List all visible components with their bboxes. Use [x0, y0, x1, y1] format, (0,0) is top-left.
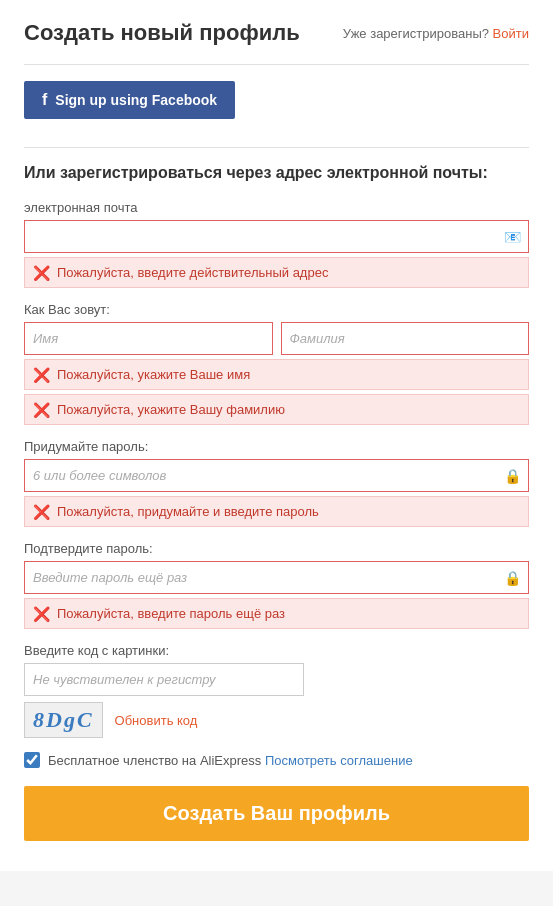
password-error-box: ❌ Пожалуйста, придумайте и введите парол… [24, 496, 529, 527]
first-name-error-text: Пожалуйста, укажите Ваше имя [57, 367, 250, 382]
captcha-row: 8DgC Обновить код [24, 702, 529, 738]
refresh-captcha-link[interactable]: Обновить код [115, 713, 198, 728]
email-input[interactable] [24, 220, 529, 253]
confirm-password-group: Подтвердите пароль: 🔒 ❌ Пожалуйста, введ… [24, 541, 529, 629]
last-name-error-box: ❌ Пожалуйста, укажите Вашу фамилию [24, 394, 529, 425]
name-row [24, 322, 529, 355]
email-error-text: Пожалуйста, введите действительный адрес [57, 265, 328, 280]
confirm-password-label: Подтвердите пароль: [24, 541, 529, 556]
membership-text: Бесплатное членство на AliExpress [48, 753, 261, 768]
last-name-error-text: Пожалуйста, укажите Вашу фамилию [57, 402, 285, 417]
confirm-password-input-wrapper: 🔒 [24, 561, 529, 594]
middle-divider [24, 147, 529, 148]
confirm-password-error-text: Пожалуйста, введите пароль ещё раз [57, 606, 285, 621]
already-registered: Уже зарегистрированы? Войти [343, 26, 529, 41]
page-title: Создать новый профиль [24, 20, 300, 46]
password-label: Придумайте пароль: [24, 439, 529, 454]
password-error-text: Пожалуйста, придумайте и введите пароль [57, 504, 319, 519]
membership-checkbox[interactable] [24, 752, 40, 768]
password-group: Придумайте пароль: 🔒 ❌ Пожалуйста, приду… [24, 439, 529, 527]
first-name-error-icon: ❌ [33, 367, 50, 383]
email-icon: 📧 [504, 229, 521, 245]
email-input-wrapper: 📧 [24, 220, 529, 253]
submit-button[interactable]: Создать Ваш профиль [24, 786, 529, 841]
confirm-password-input[interactable] [24, 561, 529, 594]
confirm-password-error-icon: ❌ [33, 606, 50, 622]
email-label: электронная почта [24, 200, 529, 215]
password-input[interactable] [24, 459, 529, 492]
or-text: Или зарегистрироваться через адрес элект… [24, 164, 529, 182]
last-name-input[interactable] [281, 322, 530, 355]
password-icon: 🔒 [504, 468, 521, 484]
captcha-input[interactable] [24, 663, 304, 696]
email-error-box: ❌ Пожалуйста, введите действительный адр… [24, 257, 529, 288]
captcha-group: Введите код с картинки: 8DgC Обновить ко… [24, 643, 529, 738]
facebook-signup-button[interactable]: f Sign up using Facebook [24, 81, 235, 119]
password-error-icon: ❌ [33, 504, 50, 520]
membership-label: Бесплатное членство на AliExpress Посмот… [48, 753, 413, 768]
email-error-icon: ❌ [33, 265, 50, 281]
page-header: Создать новый профиль Уже зарегистрирова… [24, 20, 529, 46]
password-input-wrapper: 🔒 [24, 459, 529, 492]
confirm-password-icon: 🔒 [504, 570, 521, 586]
captcha-label: Введите код с картинки: [24, 643, 529, 658]
name-label: Как Вас зовут: [24, 302, 529, 317]
captcha-image: 8DgC [24, 702, 103, 738]
facebook-button-label: Sign up using Facebook [55, 92, 217, 108]
already-registered-text: Уже зарегистрированы? [343, 26, 489, 41]
page-container: Создать новый профиль Уже зарегистрирова… [0, 0, 553, 871]
first-name-error-box: ❌ Пожалуйста, укажите Ваше имя [24, 359, 529, 390]
name-group: Как Вас зовут: ❌ Пожалуйста, укажите Ваш… [24, 302, 529, 425]
membership-row: Бесплатное членство на AliExpress Посмот… [24, 752, 529, 768]
top-divider [24, 64, 529, 65]
login-link[interactable]: Войти [493, 26, 529, 41]
confirm-password-error-box: ❌ Пожалуйста, введите пароль ещё раз [24, 598, 529, 629]
email-group: электронная почта 📧 ❌ Пожалуйста, введит… [24, 200, 529, 288]
last-name-error-icon: ❌ [33, 402, 50, 418]
facebook-icon: f [42, 91, 47, 109]
first-name-input[interactable] [24, 322, 273, 355]
membership-link[interactable]: Посмотреть соглашение [265, 753, 413, 768]
